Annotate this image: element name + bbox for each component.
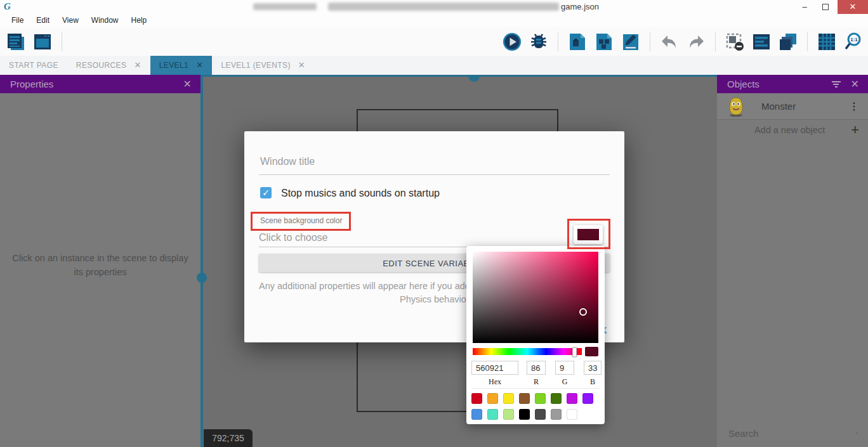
window-title-field[interactable] [259, 155, 612, 168]
properties-panel: Properties ✕ Click on an instance in the… [0, 75, 201, 447]
blurred-title-segment [253, 3, 317, 10]
tab-level1-events[interactable]: LEVEL1 (EVENTS)✕ [212, 56, 314, 75]
green-input[interactable] [555, 361, 574, 375]
preset-color-swatch[interactable] [551, 409, 562, 420]
toolbar-divider [715, 32, 716, 51]
red-label: R [527, 377, 546, 387]
hex-label: Hex [471, 377, 518, 387]
toolbar-divider [62, 32, 62, 51]
redo-icon[interactable] [685, 31, 707, 53]
current-color-swatch [585, 347, 598, 356]
color-picker-popup: Hex R G B [466, 246, 605, 424]
preset-color-swatch[interactable] [487, 409, 498, 420]
menu-help[interactable]: Help [125, 14, 154, 27]
mask-remove-icon[interactable] [724, 31, 746, 53]
object-list-item[interactable]: Monster ⋮ [717, 93, 868, 120]
objects-panel-header: Objects ✕ [717, 75, 868, 93]
restore-button[interactable] [816, 0, 835, 14]
grid-icon[interactable] [816, 31, 838, 53]
tab-close-icon[interactable]: ✕ [196, 56, 203, 75]
preset-color-swatch[interactable] [503, 409, 514, 420]
menu-file[interactable]: File [5, 14, 30, 27]
preset-color-swatch[interactable] [519, 409, 530, 420]
menu-window[interactable]: Window [85, 14, 125, 27]
menu-view[interactable]: View [56, 14, 85, 27]
preset-swatch-row [471, 409, 577, 420]
properties-empty-message: Click on an instance in the scene to dis… [0, 251, 201, 279]
undo-icon[interactable] [659, 31, 680, 53]
preset-color-swatch[interactable] [471, 409, 482, 420]
edit-scene-icon[interactable] [620, 31, 641, 53]
annotation-highlight-color-chip [567, 219, 610, 249]
preset-color-swatch[interactable] [582, 393, 593, 404]
background-color-field[interactable]: Click to choose [259, 232, 328, 243]
project-manager-icon[interactable] [5, 31, 27, 53]
selection-handle[interactable] [468, 76, 480, 82]
add-object-label: Add a new object [717, 125, 851, 135]
tab-close-icon[interactable]: ✕ [298, 56, 305, 75]
search-icon [856, 427, 858, 439]
zoom-one-to-one-icon[interactable]: 1:1 [843, 31, 864, 53]
add-object-icon[interactable] [567, 31, 588, 53]
red-input[interactable] [527, 361, 546, 375]
tab-level1[interactable]: LEVEL1✕ [150, 56, 213, 75]
hex-input[interactable] [471, 361, 518, 375]
menu-edit[interactable]: Edit [30, 14, 56, 27]
filter-icon[interactable] [832, 81, 841, 87]
preset-color-swatch[interactable] [471, 393, 482, 404]
saturation-field[interactable] [473, 252, 598, 343]
toolbar-right-group: 1:1 [501, 30, 864, 53]
object-menu-icon[interactable]: ⋮ [849, 100, 859, 112]
add-object-row[interactable]: Add a new object + [717, 120, 868, 140]
preset-color-swatch[interactable] [567, 393, 577, 404]
tab-start-page[interactable]: START PAGE [0, 56, 67, 75]
title-bar: G game.json – ✕ [0, 0, 868, 15]
search-input[interactable] [727, 427, 856, 439]
toolbar: 1:1 [0, 27, 868, 56]
properties-panel-title: Properties [10, 79, 183, 89]
preset-color-swatch[interactable] [567, 409, 577, 420]
restore-icon [822, 4, 829, 10]
panel-resize-divider[interactable] [201, 75, 203, 447]
preset-swatch-row [471, 393, 593, 404]
stop-music-checkbox[interactable]: ✓ [260, 187, 272, 198]
preset-color-swatch[interactable] [535, 393, 546, 404]
start-page-icon[interactable] [32, 31, 53, 53]
add-objects-group-icon[interactable] [593, 31, 615, 53]
object-name: Monster [761, 101, 849, 112]
close-button[interactable]: ✕ [838, 0, 868, 14]
toolbar-divider [807, 32, 808, 51]
minimize-button[interactable]: – [795, 0, 814, 14]
preset-color-swatch[interactable] [519, 393, 530, 404]
panel-resize-handle[interactable] [197, 273, 207, 283]
behaviors-note: Physics behavior. [400, 294, 471, 304]
saturation-cursor[interactable] [579, 308, 587, 316]
hue-slider[interactable] [473, 348, 582, 355]
annotation-highlight-scene-background-color [251, 212, 351, 231]
instances-list-icon[interactable] [751, 31, 772, 53]
gdevelop-window: G game.json – ✕ File Edit View Window He… [0, 0, 868, 447]
blue-label: B [584, 377, 602, 387]
debug-icon[interactable] [528, 31, 549, 53]
hue-handle[interactable] [572, 347, 577, 357]
preset-color-swatch[interactable] [487, 393, 498, 404]
preset-color-swatch[interactable] [535, 409, 546, 420]
selection-edge-line [203, 75, 717, 77]
stop-music-label: Stop musics and sounds on startup [281, 188, 440, 199]
preview-play-icon[interactable] [501, 31, 523, 53]
plus-icon: + [851, 124, 859, 136]
close-icon[interactable]: ✕ [183, 78, 192, 90]
divider [471, 388, 600, 389]
properties-panel-header: Properties ✕ [0, 75, 201, 93]
close-icon[interactable]: ✕ [851, 78, 859, 90]
tab-resources[interactable]: RESOURCES✕ [67, 56, 150, 75]
objects-panel: Objects ✕ Monster ⋮ Add a new object + [717, 75, 868, 447]
search-row [717, 420, 868, 446]
toolbar-left-group [5, 30, 65, 53]
tab-close-icon[interactable]: ✕ [134, 56, 141, 75]
layers-icon[interactable] [777, 31, 799, 53]
preset-color-swatch[interactable] [551, 393, 562, 404]
objects-panel-title: Objects [727, 79, 832, 89]
preset-color-swatch[interactable] [503, 393, 514, 404]
blue-input[interactable] [584, 361, 602, 375]
